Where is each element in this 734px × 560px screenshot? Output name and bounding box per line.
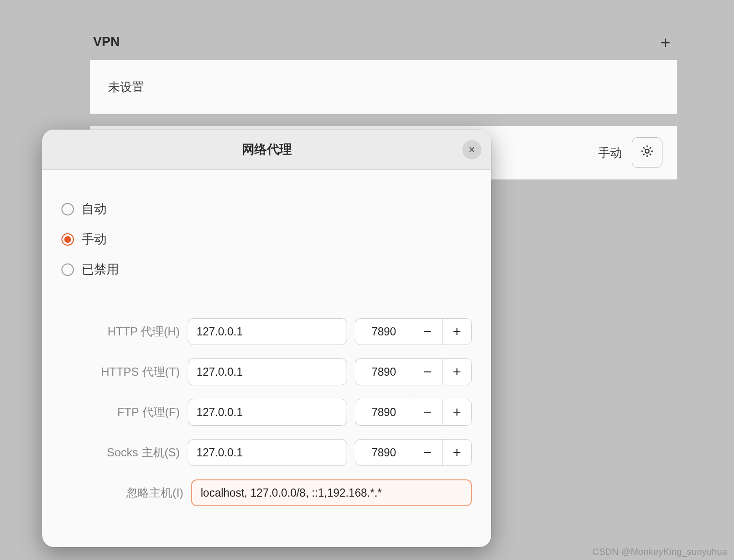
radio-label: 自动 bbox=[82, 201, 107, 217]
radio-manual[interactable]: 手动 bbox=[61, 224, 472, 254]
ftp-proxy-host-input[interactable] bbox=[188, 399, 347, 426]
radio-auto[interactable]: 自动 bbox=[61, 194, 472, 224]
proxy-fields: HTTP 代理(H) − + HTTPS 代理(T) − + FTP 代理( bbox=[61, 318, 472, 506]
port-increment-button[interactable]: + bbox=[442, 359, 471, 385]
watermark: CSDN @MonkeyKing_sunyuhua bbox=[592, 547, 727, 557]
ignore-hosts-input[interactable] bbox=[191, 479, 472, 506]
radio-indicator bbox=[61, 203, 74, 215]
port-increment-button[interactable]: + bbox=[442, 319, 471, 345]
port-decrement-button[interactable]: − bbox=[413, 359, 442, 385]
ftp-proxy-port-input[interactable] bbox=[355, 399, 413, 425]
network-proxy-dialog: 网络代理 × 自动 手动 已禁用 HTTP 代理(H) bbox=[42, 130, 491, 547]
https-proxy-port-input[interactable] bbox=[355, 359, 413, 385]
http-proxy-row: HTTP 代理(H) − + bbox=[63, 318, 472, 345]
port-decrement-button[interactable]: − bbox=[413, 399, 442, 425]
https-proxy-row: HTTPS 代理(T) − + bbox=[63, 358, 472, 385]
radio-label: 已禁用 bbox=[82, 261, 119, 278]
http-proxy-port-input[interactable] bbox=[355, 319, 413, 345]
close-icon: × bbox=[469, 143, 475, 156]
ignore-hosts-label: 忽略主机(I) bbox=[63, 485, 183, 500]
ftp-proxy-port-group: − + bbox=[355, 399, 472, 426]
ftp-proxy-label: FTP 代理(F) bbox=[63, 405, 180, 420]
https-proxy-host-input[interactable] bbox=[188, 358, 347, 385]
add-vpn-button[interactable]: ＋ bbox=[657, 34, 674, 50]
socks-proxy-host-input[interactable] bbox=[188, 439, 347, 466]
http-proxy-host-input[interactable] bbox=[188, 318, 347, 345]
vpn-card: 未设置 bbox=[89, 60, 677, 115]
port-increment-button[interactable]: + bbox=[442, 399, 471, 425]
proxy-mode-radio-group: 自动 手动 已禁用 bbox=[61, 194, 472, 285]
socks-proxy-port-input[interactable] bbox=[355, 440, 413, 465]
ignore-hosts-row: 忽略主机(I) bbox=[63, 479, 472, 506]
proxy-settings-button[interactable] bbox=[632, 137, 662, 168]
http-proxy-port-group: − + bbox=[355, 318, 472, 345]
dialog-body: 自动 手动 已禁用 HTTP 代理(H) − + bbox=[42, 170, 491, 521]
dialog-title: 网络代理 bbox=[242, 141, 292, 158]
svg-point-0 bbox=[645, 149, 649, 153]
socks-proxy-port-group: − + bbox=[355, 439, 472, 466]
https-proxy-port-group: − + bbox=[355, 358, 472, 385]
vpn-title: VPN bbox=[93, 35, 120, 49]
socks-proxy-label: Socks 主机(S) bbox=[63, 445, 180, 460]
port-increment-button[interactable]: + bbox=[442, 440, 471, 465]
vpn-section-header: VPN ＋ bbox=[89, 34, 677, 60]
gear-icon bbox=[640, 144, 654, 161]
port-decrement-button[interactable]: − bbox=[413, 319, 442, 345]
ftp-proxy-row: FTP 代理(F) − + bbox=[63, 399, 472, 426]
https-proxy-label: HTTPS 代理(T) bbox=[63, 364, 180, 380]
close-button[interactable]: × bbox=[462, 140, 481, 159]
proxy-status-label: 手动 bbox=[598, 145, 622, 161]
dialog-header: 网络代理 × bbox=[42, 130, 491, 170]
port-decrement-button[interactable]: − bbox=[413, 440, 442, 465]
radio-indicator bbox=[61, 233, 74, 246]
vpn-not-set-label: 未设置 bbox=[108, 80, 144, 94]
radio-indicator bbox=[61, 263, 74, 276]
radio-label: 手动 bbox=[82, 231, 107, 248]
radio-disabled[interactable]: 已禁用 bbox=[61, 254, 472, 285]
socks-proxy-row: Socks 主机(S) − + bbox=[63, 439, 472, 466]
http-proxy-label: HTTP 代理(H) bbox=[63, 324, 180, 339]
